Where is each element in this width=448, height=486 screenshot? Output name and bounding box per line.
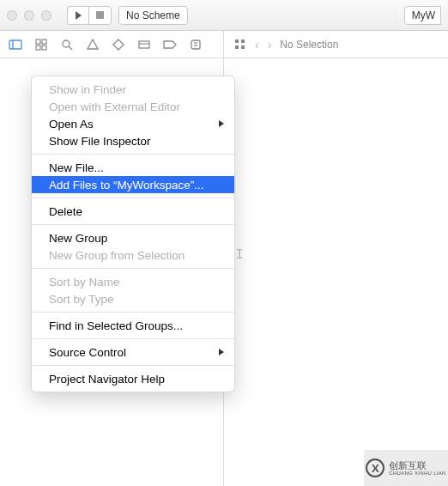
menu-delete[interactable]: Delete (32, 203, 234, 220)
close-window-icon[interactable] (7, 10, 17, 21)
issue-navigator-icon[interactable] (86, 38, 100, 52)
menu-separator (32, 197, 234, 198)
svg-rect-5 (42, 46, 46, 50)
svg-rect-2 (36, 39, 40, 44)
svg-rect-14 (241, 39, 245, 43)
scheme-selector[interactable]: No Scheme (118, 6, 188, 25)
menu-separator (32, 312, 234, 313)
navigator-tabs (0, 31, 224, 58)
svg-rect-13 (235, 39, 239, 43)
menu-add-files[interactable]: Add Files to “MyWorkspace”... (32, 176, 234, 193)
menu-source-control[interactable]: Source Control (32, 343, 234, 361)
menu-source-control-label: Source Control (49, 346, 126, 359)
menu-find-in-selected[interactable]: Find in Selected Groups... (32, 317, 234, 334)
chevron-right-icon (219, 120, 224, 127)
debug-navigator-icon[interactable] (137, 38, 151, 52)
search-navigator-icon[interactable] (60, 38, 74, 52)
report-navigator-icon[interactable] (189, 38, 203, 52)
watermark-logo-icon: X (366, 459, 384, 477)
menu-open-as[interactable]: Open As (32, 115, 234, 132)
menu-separator (32, 268, 234, 269)
grid-icon[interactable] (233, 38, 246, 52)
editor-panel (224, 58, 448, 486)
menu-show-file-inspector[interactable]: Show File Inspector (32, 132, 234, 149)
stop-button[interactable] (88, 6, 112, 25)
run-stop-group (67, 6, 112, 25)
project-navigator-icon[interactable] (9, 38, 22, 52)
menu-separator (32, 338, 234, 339)
menu-new-group[interactable]: New Group (32, 229, 234, 246)
svg-rect-10 (191, 40, 200, 49)
workspace-button[interactable]: MyW (404, 6, 441, 25)
context-menu: Show in Finder Open with External Editor… (31, 76, 235, 392)
menu-separator (32, 365, 234, 366)
menu-new-group-from-selection: New Group from Selection (32, 246, 234, 264)
source-control-navigator-icon[interactable] (34, 38, 48, 52)
run-button[interactable] (67, 6, 88, 25)
svg-rect-16 (241, 46, 245, 49)
navigator-filter-bar: ‹ › No Selection (0, 31, 448, 58)
menu-sort-by-type: Sort by Type (32, 290, 234, 307)
editor-breadcrumb: ‹ › No Selection (224, 38, 448, 52)
breakpoint-navigator-icon[interactable] (163, 38, 177, 52)
svg-rect-3 (42, 39, 46, 44)
svg-rect-15 (235, 46, 239, 49)
breadcrumb-no-selection: No Selection (280, 39, 338, 51)
play-icon (76, 11, 82, 20)
menu-open-with-external: Open with External Editor (32, 98, 234, 115)
menu-separator (32, 154, 234, 155)
menu-show-in-finder: Show in Finder (32, 81, 234, 98)
test-navigator-icon[interactable] (112, 38, 125, 52)
chevron-right-icon (219, 349, 224, 355)
main-toolbar: No Scheme MyW (0, 0, 448, 31)
minimize-window-icon[interactable] (24, 10, 34, 21)
svg-point-6 (63, 40, 70, 47)
menu-sort-by-name: Sort by Name (32, 273, 234, 290)
zoom-window-icon[interactable] (41, 10, 51, 21)
window-controls (7, 10, 51, 21)
svg-rect-0 (9, 40, 21, 49)
stop-icon (96, 11, 104, 19)
svg-rect-4 (36, 46, 40, 50)
watermark-line1: 创新互联 (389, 460, 445, 471)
svg-rect-8 (139, 41, 149, 48)
back-icon[interactable]: ‹ (255, 38, 259, 52)
menu-new-file[interactable]: New File... (32, 159, 234, 176)
menu-separator (32, 224, 234, 225)
menu-open-as-label: Open As (49, 118, 94, 131)
svg-line-7 (69, 46, 72, 50)
menu-project-navigator-help[interactable]: Project Navigator Help (32, 370, 234, 387)
bottom-watermark: X 创新互联 CHUANG XINHU LIAN (364, 450, 448, 486)
forward-icon[interactable]: › (268, 38, 272, 52)
watermark-line2: CHUANG XINHU LIAN (389, 471, 445, 477)
